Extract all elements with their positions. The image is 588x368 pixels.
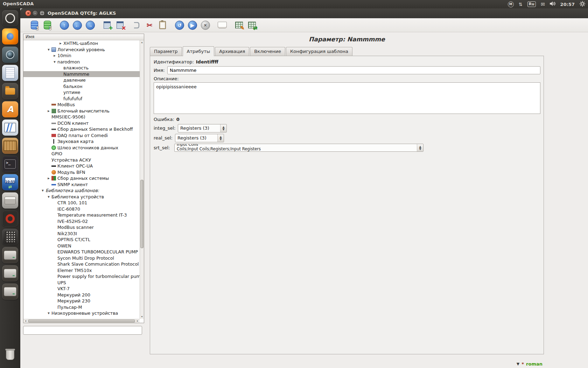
name-input[interactable]: [167, 66, 540, 74]
text-editor-launcher[interactable]: [2, 65, 18, 81]
panel-app-name[interactable]: OpenSCADA: [3, 1, 34, 6]
expand-arrow-icon[interactable]: ▸: [58, 40, 63, 47]
tree-item[interactable]: Sycon Multi Drop Protocol: [23, 255, 140, 261]
tree-item[interactable]: DCON клиент: [23, 120, 140, 127]
scroll-up-arrow-icon[interactable]: ▴: [140, 40, 144, 45]
vertical-scrollbar-thumb[interactable]: [140, 180, 144, 248]
tree-item[interactable]: Клиент OPC-UA: [23, 163, 140, 169]
tree-item[interactable]: DAQ платы от Comedi: [23, 132, 140, 139]
system-monitor-launcher[interactable]: [2, 120, 18, 136]
printer-launcher[interactable]: [2, 192, 18, 209]
tree-item[interactable]: ▾Библиотека устройств: [23, 194, 140, 200]
scroll-right-arrow-icon[interactable]: ▸: [135, 319, 140, 323]
tree-item[interactable]: OPTRIS CT/CTL: [23, 237, 140, 243]
start-button[interactable]: ▶: [186, 19, 199, 31]
tree-item[interactable]: Устройства АСКУ: [23, 157, 140, 163]
archive-manager-launcher[interactable]: [2, 138, 18, 154]
scroll-left-arrow-icon[interactable]: ◂: [23, 319, 28, 323]
scroll-down-arrow-icon[interactable]: ▾: [140, 315, 144, 319]
tab-enable[interactable]: Включение: [250, 47, 285, 56]
software-center-launcher[interactable]: A: [2, 101, 18, 117]
tree-column-header[interactable]: Имя: [23, 34, 144, 40]
tree-item[interactable]: Power supply for turbomolecular pum: [23, 273, 140, 280]
tree-item[interactable]: CTR 100, 101: [23, 200, 140, 206]
tree-item[interactable]: ▾Логический уровень: [23, 47, 140, 53]
tree-item[interactable]: OWEN: [23, 243, 140, 249]
scada-runtime-launcher[interactable]: 10:55: [2, 174, 18, 190]
tree-item[interactable]: ▾narodmon: [23, 59, 140, 65]
combo-spin-buttons[interactable]: ▲▼: [220, 124, 226, 132]
collapse-arrow-icon[interactable]: ▾: [46, 47, 51, 53]
tree-item[interactable]: EDWARDS TURBOMOLECULAR PUMP: [23, 249, 140, 255]
tree-item[interactable]: MMS(IEC-9506): [23, 114, 140, 120]
tree-item[interactable]: Nammmme: [23, 71, 140, 77]
tree-item[interactable]: VKT-7: [23, 286, 140, 292]
refresh-table-button[interactable]: ⇄: [245, 19, 258, 31]
tree-item[interactable]: Elemer TM510x: [23, 267, 140, 274]
volume-icon[interactable]: [550, 1, 555, 7]
save-to-db-button[interactable]: ↧: [41, 19, 54, 31]
expand-arrow-icon[interactable]: ▸: [46, 175, 51, 182]
tree-item[interactable]: IVE-452HS-02: [23, 218, 140, 225]
delete-item-button[interactable]: ×: [113, 19, 126, 31]
add-item-button[interactable]: +: [100, 19, 113, 31]
expand-arrow-icon[interactable]: ▸: [52, 53, 57, 59]
tree-item[interactable]: Temperature measurement IT-3: [23, 212, 140, 218]
description-textarea[interactable]: opipipisssanieeee: [154, 82, 540, 114]
tree-item[interactable]: ▸10min: [23, 53, 140, 59]
paste-item-button[interactable]: [156, 19, 169, 31]
tree-item[interactable]: SNMP клиент: [23, 182, 140, 188]
collapse-arrow-icon[interactable]: ▾: [46, 194, 51, 200]
tree-item[interactable]: Меркурий 230: [23, 298, 140, 304]
tree-item[interactable]: Shark Slave Communication Protocol: [23, 261, 140, 267]
tree-item[interactable]: ▾Низкоуровневые устройства: [23, 310, 140, 316]
cut-item-button[interactable]: ✂: [143, 19, 156, 31]
messages-indicator-icon[interactable]: M: [508, 1, 514, 7]
terminal-launcher[interactable]: >_: [2, 156, 18, 172]
external-drive-3-launcher[interactable]: [2, 284, 18, 300]
tab-attributes[interactable]: Атрибуты: [183, 46, 215, 56]
tree-item[interactable]: балькон: [23, 83, 140, 90]
tree-item[interactable]: ▸Блочный вычислитель: [23, 108, 140, 114]
tree-item[interactable]: UPS: [23, 280, 140, 286]
clock[interactable]: 20:57: [560, 2, 575, 7]
combo-spin-buttons[interactable]: ▲▼: [217, 134, 224, 142]
tree-item[interactable]: Сбор данных Siemens и Beckhoff: [23, 126, 140, 132]
window-close-button[interactable]: ×: [25, 10, 31, 16]
tree-item[interactable]: ▸Сбор данных системы: [23, 175, 140, 182]
tree-item[interactable]: ModBus: [23, 102, 140, 108]
firefox-launcher[interactable]: [2, 28, 18, 45]
edit-table-button[interactable]: ✎: [232, 19, 245, 31]
current-user[interactable]: roman: [526, 361, 542, 367]
tree-item[interactable]: Модуль BFN: [23, 169, 140, 176]
copy-item-button[interactable]: [130, 19, 143, 31]
window-minimize-button[interactable]: –: [32, 10, 38, 16]
tree-item[interactable]: влажность: [23, 65, 140, 71]
tree-filter-input[interactable]: [23, 326, 142, 335]
tab-archiving[interactable]: Архивация: [215, 47, 249, 56]
tree-item[interactable]: Nik2303I: [23, 231, 140, 237]
window-maximize-button[interactable]: [39, 10, 45, 16]
collapse-arrow-icon[interactable]: ▾: [40, 188, 46, 194]
real-sel-combobox[interactable]: Registers (3) ▲▼: [175, 134, 224, 142]
tab-parameter[interactable]: Параметр: [150, 47, 182, 56]
load-from-db-button[interactable]: ↥: [28, 19, 41, 31]
tree-item[interactable]: уптиме: [23, 89, 140, 96]
session-gear-icon[interactable]: [580, 1, 585, 8]
chevron-down-icon[interactable]: ▼: [517, 362, 519, 366]
external-drive-2-launcher[interactable]: [2, 265, 18, 281]
mail-icon[interactable]: ✉: [541, 1, 545, 7]
collapse-arrow-icon[interactable]: ▾: [52, 59, 57, 65]
tree-item[interactable]: Шлюз источников данных: [23, 145, 140, 151]
tree-item[interactable]: ModBus scanner: [23, 224, 140, 231]
expand-arrow-icon[interactable]: ▸: [46, 108, 51, 114]
external-drive-1-launcher[interactable]: [2, 247, 18, 263]
stop-button[interactable]: ×: [199, 19, 212, 31]
tree-item[interactable]: Меркурий 200: [23, 292, 140, 298]
srt-sel-combobox[interactable]: Input Coils Coils;Input Coils;Registers;…: [174, 144, 424, 152]
tree-item[interactable]: давление: [23, 77, 140, 83]
reload-item-button[interactable]: ↺: [173, 19, 186, 31]
files-launcher[interactable]: [2, 83, 18, 99]
window-titlebar[interactable]: × – OpenSCADA QTCfg: AGLKS: [20, 8, 588, 18]
dash-home-launcher[interactable]: [2, 10, 18, 26]
